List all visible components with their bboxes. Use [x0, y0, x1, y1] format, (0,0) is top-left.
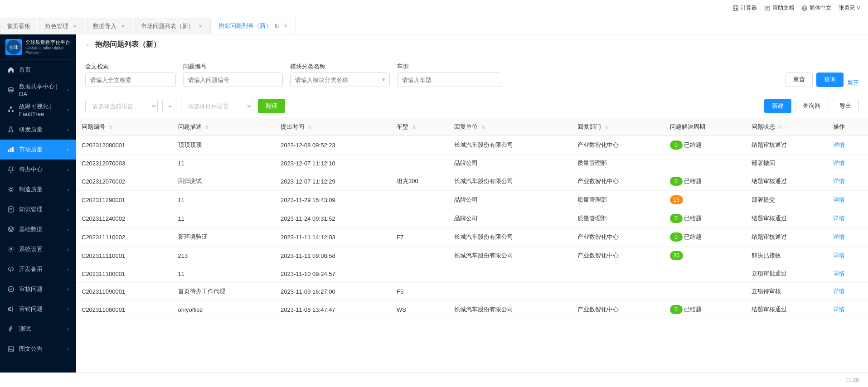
chart-icon: [7, 146, 15, 153]
col-action-label: 操作: [833, 123, 845, 130]
detail-link[interactable]: 详情: [833, 178, 845, 184]
cell-resolve-period: 0 已结题: [664, 172, 746, 191]
top-bar: 计算器 帮助文档 简体中文 张勇亮 ∨: [0, 0, 868, 16]
cell-issue-no: C202311100001: [76, 265, 173, 283]
sidebar-item-home[interactable]: 首页: [0, 60, 76, 80]
check-icon: [7, 285, 15, 293]
detail-link[interactable]: 详情: [833, 233, 845, 240]
cell-desc: 新环境验证: [173, 228, 275, 247]
vehicle-input[interactable]: [397, 73, 501, 87]
tab-market-close[interactable]: ×: [197, 23, 204, 30]
sidebar-item-mfg-quality[interactable]: 制造质量 ‹: [0, 179, 76, 199]
col-issue-no-sort[interactable]: ⇅: [109, 125, 112, 130]
detail-link[interactable]: 详情: [833, 306, 845, 313]
col-vehicle-sort[interactable]: ⇅: [412, 125, 416, 130]
col-time-sort[interactable]: ⇅: [308, 125, 311, 130]
image-icon: [7, 345, 15, 353]
calculator-btn[interactable]: 计算器: [732, 4, 757, 12]
reset-button[interactable]: 重置: [786, 73, 813, 87]
detail-link[interactable]: 详情: [833, 252, 845, 259]
cell-desc: 回归测试: [173, 172, 275, 191]
tab-market[interactable]: 市场问题列表（新） ×: [134, 18, 211, 34]
col-reply-unit: 回复单位 ⇅: [449, 118, 572, 136]
filter-section: 全文检索 问题编号 模块分类名称 ▼ 车型: [76, 55, 868, 94]
back-button[interactable]: ←: [85, 41, 92, 48]
sidebar-item-system-settings[interactable]: 系统设置 ›: [0, 239, 76, 259]
export-button[interactable]: 导出: [832, 99, 859, 113]
search-button[interactable]: 查询: [816, 73, 844, 87]
cell-reply-unit: 长城汽车股份有限公司: [449, 247, 572, 265]
cell-resolve-period: [664, 265, 746, 283]
cell-desc: onlyoffice: [173, 300, 275, 319]
detail-link[interactable]: 详情: [833, 288, 845, 295]
translate-button[interactable]: 翻译: [258, 99, 285, 113]
tab-complaint-refresh[interactable]: ↻: [274, 23, 279, 29]
tab-home[interactable]: 首页看板: [0, 18, 37, 34]
sidebar-item-docs[interactable]: 图文公告 ›: [0, 339, 76, 359]
col-status: 问题状态 ⇅: [746, 118, 828, 136]
table-row: C202311110002 新环境验证 2023-11-11 14:12:03 …: [76, 228, 868, 247]
cell-issue-no: C202311090001: [76, 283, 173, 300]
sidebar-item-dev-tools[interactable]: 开发备用 ›: [0, 259, 76, 279]
sidebar-item-review[interactable]: 审核问题 ›: [0, 279, 76, 299]
tab-complaint-close[interactable]: ×: [282, 22, 289, 29]
help-btn[interactable]: 帮助文档: [764, 4, 794, 12]
full-text-input[interactable]: [85, 73, 176, 87]
sidebar-item-market-quality[interactable]: 市场质量 ›: [0, 140, 76, 160]
svg-rect-0: [733, 5, 738, 10]
col-desc-sort[interactable]: ⇅: [205, 125, 209, 130]
target-lang-select[interactable]: 请选择目标语言: [181, 99, 253, 113]
cell-issue-no: C202311240002: [76, 209, 173, 228]
col-reply-dept-sort[interactable]: ⇅: [605, 125, 608, 130]
col-reply-unit-sort[interactable]: ⇅: [481, 125, 485, 130]
source-lang-select[interactable]: 请选择当前语言: [85, 99, 158, 113]
sidebar-item-rd-quality[interactable]: 研发质量 ›: [0, 120, 76, 140]
logo-text-block: 全球质量数字化平台 Global Quality Digital Platfor…: [25, 39, 71, 55]
cell-desc: 顶顶顶顶: [173, 136, 275, 155]
detail-link[interactable]: 详情: [833, 270, 845, 277]
cell-issue-no: C202311290001: [76, 191, 173, 209]
detail-link[interactable]: 详情: [833, 160, 845, 166]
cell-reply-unit: 长城汽车股份有限公司: [449, 228, 572, 247]
table-wrap: 问题编号 ⇅ 问题描述 ⇅ 提出时间 ⇅ 车型: [76, 118, 868, 372]
tab-import-close[interactable]: ×: [119, 23, 126, 30]
user-btn[interactable]: 张勇亮 ∨: [839, 4, 861, 12]
arrow-button[interactable]: →: [162, 99, 176, 113]
expand-button[interactable]: 展开: [847, 79, 859, 87]
cell-action: 详情: [828, 136, 868, 155]
cell-action: 详情: [828, 209, 868, 228]
issue-no-input[interactable]: [183, 73, 283, 87]
cell-resolve-period: 0 已结题: [664, 209, 746, 228]
cell-reply-dept: 产业数智化中心: [572, 136, 664, 155]
query-button[interactable]: 查询器: [795, 99, 828, 113]
sidebar-item-base-data[interactable]: 基础数据 ›: [0, 219, 76, 239]
sidebar-item-knowledge[interactable]: 知识管理 ›: [0, 199, 76, 219]
sidebar-item-test[interactable]: 测试 ›: [0, 319, 76, 339]
tab-role[interactable]: 角色管理 ×: [38, 18, 85, 34]
tab-import[interactable]: 数据导入 ×: [86, 18, 133, 34]
cell-action: 详情: [828, 155, 868, 172]
cell-issue-no: C202312080001: [76, 136, 173, 155]
new-button[interactable]: 新建: [764, 99, 791, 113]
sidebar-item-pending[interactable]: 待办中心 ›: [0, 160, 76, 179]
tab-complaint[interactable]: 抱怨问题列表（新） ↻ ×: [212, 18, 296, 34]
tab-role-close[interactable]: ×: [71, 23, 78, 30]
sidebar-item-data-center[interactable]: 数据共享中心 | DA ›: [0, 80, 76, 100]
market-quality-arrow: ›: [68, 147, 69, 152]
cell-resolve-period: 0 已结题: [664, 136, 746, 155]
detail-link[interactable]: 详情: [833, 215, 845, 222]
col-status-sort[interactable]: ⇅: [779, 125, 782, 130]
cell-vehicle: 坦克300: [391, 172, 449, 191]
detail-link[interactable]: 详情: [833, 196, 845, 203]
current-time: 11:29: [845, 377, 859, 383]
svg-point-15: [8, 110, 10, 112]
resolve-period-badge: 16: [670, 195, 683, 204]
sidebar-item-fault-tree[interactable]: 故障可视化 | FaultTree ›: [0, 100, 76, 120]
sidebar-item-marketing[interactable]: 营销问题 ›: [0, 299, 76, 319]
detail-link[interactable]: 详情: [833, 141, 845, 148]
data-center-arrow: ›: [68, 87, 69, 92]
module-input[interactable]: [290, 73, 390, 87]
language-btn[interactable]: 简体中文: [801, 4, 831, 12]
cell-vehicle: [391, 209, 449, 228]
cell-action: 详情: [828, 191, 868, 209]
